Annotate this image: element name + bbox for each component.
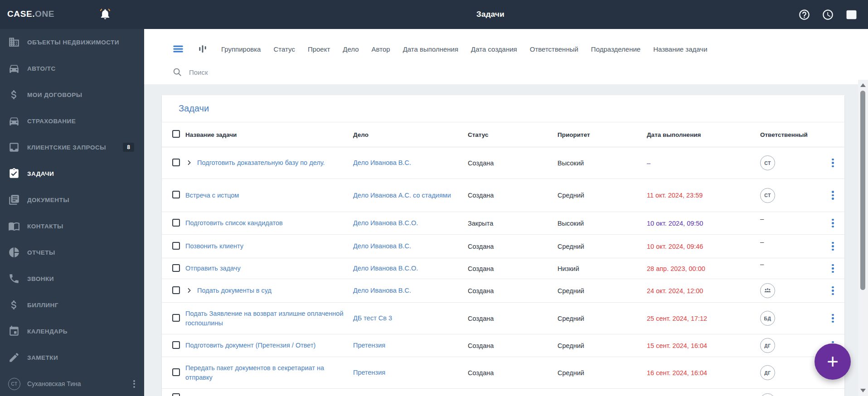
case-link[interactable]: ДБ тест Св 3 [353,314,392,322]
help-icon[interactable] [798,9,810,21]
sidebar-item-insurance[interactable]: СТРАХОВАНИЕ [0,108,144,134]
row-checkbox[interactable] [172,341,180,349]
row-checkbox[interactable] [172,242,180,250]
case-link[interactable]: Претензия [353,342,385,349]
brand-logo[interactable]: CASE.ONE [7,9,54,19]
history-clock-icon[interactable] [822,9,834,21]
sidebar-item-auto[interactable]: АВТО/ТС [0,55,144,82]
column-settings-icon[interactable] [197,43,209,55]
filter-author[interactable]: Автор [372,45,390,53]
sidebar-item-label: БИЛЛИНГ [27,302,58,309]
row-checkbox[interactable] [172,393,180,396]
filter-case[interactable]: Дело [343,45,359,53]
row-menu-button[interactable] [828,311,838,326]
filter-created-date[interactable]: Дата создания [471,45,517,53]
assignee-avatar: ДГ [760,338,775,353]
content-area: Задачи Название задачи Дело Статус Приор… [144,84,868,396]
filter-assignee[interactable]: Ответственный [530,45,578,53]
row-menu-button[interactable] [828,216,838,231]
sidebar-item-label: СТРАХОВАНИЕ [27,118,76,125]
row-menu-button[interactable] [828,156,838,170]
due-date-text: – [647,159,650,167]
add-task-fab-button[interactable]: + [815,343,851,380]
filter-due-date[interactable]: Дата выполнения [403,45,458,53]
task-name-link[interactable]: Подать Заявление на возврат излишне опла… [185,309,348,328]
row-checkbox[interactable] [172,191,180,198]
row-menu-button[interactable] [828,393,838,396]
case-link[interactable]: Дело Иванова А.С. со стадиями [353,192,451,199]
task-name-link[interactable]: Подготовить список кандидатов [185,218,283,227]
case-link[interactable]: Дело Иванова В.С. [353,159,411,166]
row-checkbox[interactable] [172,159,180,166]
column-header-case: Дело [348,131,465,138]
sidebar-item-client-requests[interactable]: КЛИЕНТСКИЕ ЗАПРОСЫ 8 [0,134,144,160]
assignee-cell: – [755,265,821,272]
filter-row: ГруппировкаСтатусПроектДелоАвторДата вып… [172,41,868,57]
sidebar-item-tasks[interactable]: ЗАДАЧИ [0,160,144,187]
task-name-link[interactable]: Подготовить документ (Претензия / Ответ) [185,341,315,350]
filter-department[interactable]: Подразделение [591,45,640,53]
user-menu-button[interactable] [131,377,137,391]
filter-project[interactable]: Проект [308,45,330,53]
scroll-down-arrow[interactable] [860,389,866,392]
task-name-link[interactable]: Отправить задачу [185,264,241,273]
task-name-link[interactable]: Передать пакет документов в секретариат … [185,363,348,382]
task-name-link[interactable]: Встреча с истцом [185,191,239,200]
sidebar-item-label: ОБЪЕКТЫ НЕДВИЖИМОСТИ [27,39,119,46]
assignee-avatar: СТ [760,188,775,203]
row-menu-button[interactable] [828,239,838,254]
scrollbar-thumb[interactable] [860,91,865,290]
table-header-row: Название задачи Дело Статус Приоритет Да… [162,122,844,147]
row-checkbox[interactable] [172,264,180,272]
row-menu-button[interactable] [828,261,838,276]
topbar: CASE.ONE Задачи [0,0,868,29]
task-name-link[interactable]: Позвонить клиенту [185,241,243,251]
split-view-icon[interactable] [845,9,858,21]
task-name-link[interactable]: Подать документы в суд [197,286,272,295]
app-window: CASE.ONE Задачи ОБЪЕКТЫ НЕДВИЖИМОСТИ АВТ… [0,0,868,396]
case-link[interactable]: Дело Иванова В.С.О. [353,219,418,227]
table-row: Подготовить список кандидатов Дело Ивано… [162,212,844,235]
sidebar-item-notes[interactable]: ЗАМЕТКИ [0,344,144,371]
case-link[interactable]: Дело Иванова В.С. [353,287,411,294]
calendar-icon [8,325,20,337]
row-checkbox[interactable] [172,314,180,322]
status-text: Создана [468,265,494,272]
column-header-due-date: Дата выполнения [646,131,755,138]
case-link[interactable]: Претензия [353,369,385,376]
case-link[interactable]: Дело Иванова В.С. [353,242,411,250]
expand-chevron-icon[interactable] [185,159,193,166]
sidebar-item-contacts[interactable]: КОНТАКТЫ [0,213,144,239]
row-menu-button[interactable] [828,284,838,298]
notifications-bell-icon[interactable] [98,7,112,21]
row-checkbox[interactable] [172,219,180,227]
search-input[interactable] [188,68,378,77]
card-title-row: Задачи [162,95,844,122]
filter-grouping[interactable]: Группировка [221,45,261,53]
sidebar-item-real-estate[interactable]: ОБЪЕКТЫ НЕДВИЖИМОСТИ [0,29,144,55]
expand-chevron-icon[interactable] [185,287,193,294]
priority-text: Высокий [558,159,584,167]
sidebar: ОБЪЕКТЫ НЕДВИЖИМОСТИ АВТО/ТС МОИ ДОГОВОР… [0,29,144,396]
task-name-link[interactable]: Подготовить доказательную базу по делу. [197,158,325,167]
assignee-empty-dash: – [760,260,764,268]
row-checkbox[interactable] [172,286,180,294]
filter-status[interactable]: Статус [273,45,295,53]
select-all-checkbox[interactable] [172,130,180,138]
menu-icon[interactable] [172,43,184,55]
sidebar-item-calendar[interactable]: КАЛЕНДАРЬ [0,318,144,344]
assignee-avatar: БД [760,311,775,326]
sidebar-user-row[interactable]: СТ Сухановская Тина [0,372,144,396]
sidebar-item-my-contracts[interactable]: МОИ ДОГОВОРЫ [0,82,144,108]
sidebar-item-reports[interactable]: ОТЧЕТЫ [0,239,144,266]
sidebar-item-calls[interactable]: ЗВОНКИ [0,266,144,292]
sidebar-item-documents[interactable]: ДОКУМЕНТЫ [0,187,144,213]
sidebar-item-billing[interactable]: БИЛЛИНГ [0,292,144,318]
row-menu-button[interactable] [828,188,838,203]
pencil-icon [8,352,20,363]
filter-task-name[interactable]: Название задачи [653,45,707,53]
case-link[interactable]: Дело Иванова В.С.О. [353,265,418,272]
row-checkbox[interactable] [172,368,180,376]
table-row: Подготовить документ (Претензия / Ответ)… [162,334,844,357]
scroll-up-arrow[interactable] [860,83,866,87]
